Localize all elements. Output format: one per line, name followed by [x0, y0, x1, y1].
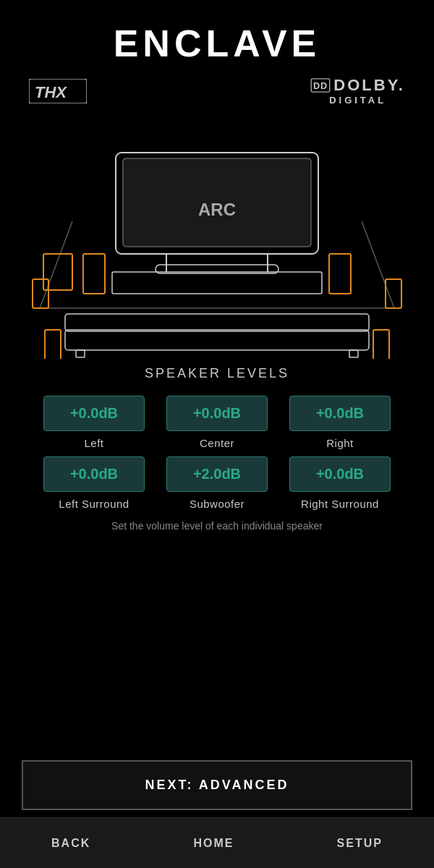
back-nav-button[interactable]: BACK [30, 830, 112, 857]
right-surround-level-button[interactable]: +0.0dB [289, 456, 391, 492]
speaker-row-1: +0.0dB Left +0.0dB Center +0.0dB Right [22, 396, 412, 449]
speaker-center: +0.0dB Center [163, 396, 271, 449]
svg-rect-22 [76, 350, 85, 357]
svg-rect-13 [112, 272, 322, 294]
svg-rect-18 [386, 279, 401, 308]
speaker-right-surround: +0.0dB Right Surround [286, 456, 394, 510]
left-surround-level-button[interactable]: +0.0dB [43, 456, 145, 492]
svg-rect-21 [65, 314, 369, 331]
svg-rect-16 [329, 254, 351, 294]
right-level-button[interactable]: +0.0dB [289, 396, 391, 431]
home-nav-button[interactable]: HOME [171, 830, 255, 857]
speaker-left: +0.0dB Left [40, 396, 148, 449]
speaker-levels-title: SPEAKER LEVELS [22, 366, 412, 381]
thx-logo: THX [29, 79, 87, 103]
svg-text:D: D [313, 80, 320, 91]
svg-line-6 [362, 221, 394, 308]
next-button-container: NEXT: ADVANCED [22, 760, 412, 810]
svg-rect-17 [33, 279, 48, 308]
next-advanced-button[interactable]: NEXT: ADVANCED [22, 760, 412, 810]
dolby-dd-icon: D D [310, 78, 331, 93]
left-label: Left [84, 437, 103, 449]
svg-text:ARC: ARC [198, 200, 236, 219]
setup-nav-button[interactable]: SETUP [315, 830, 404, 857]
subwoofer-level-button[interactable]: +2.0dB [166, 456, 268, 492]
speaker-levels-section: SPEAKER LEVELS +0.0dB Left +0.0dB Center… [0, 359, 434, 532]
dolby-text: DOLBY. [333, 76, 405, 95]
room-diagram-svg: ARC [0, 113, 434, 359]
app-title: ENCLAVE [0, 22, 434, 65]
header: ENCLAVE [0, 0, 434, 72]
speaker-left-surround: +0.0dB Left Surround [40, 456, 148, 510]
speaker-row-2: +0.0dB Left Surround +2.0dB Subwoofer +0… [22, 456, 412, 510]
svg-rect-15 [83, 254, 105, 294]
svg-rect-25 [373, 330, 389, 359]
dolby-digital-text: DIGITAL [329, 95, 386, 106]
svg-text:THX: THX [35, 83, 67, 101]
dolby-logo: D D DOLBY. DIGITAL [310, 76, 405, 106]
svg-rect-24 [45, 330, 61, 359]
room-diagram: ARC [0, 113, 434, 359]
hint-text: Set the volume level of each individual … [22, 520, 412, 532]
center-level-button[interactable]: +0.0dB [166, 396, 268, 431]
right-surround-label: Right Surround [301, 498, 379, 510]
svg-rect-23 [349, 350, 358, 357]
thx-logo-svg: THX [29, 79, 87, 103]
left-surround-label: Left Surround [59, 498, 129, 510]
center-label: Center [200, 437, 234, 449]
svg-rect-20 [65, 330, 369, 350]
subwoofer-label: Subwoofer [190, 498, 244, 510]
left-level-button[interactable]: +0.0dB [43, 396, 145, 431]
speaker-subwoofer: +2.0dB Subwoofer [163, 456, 271, 510]
svg-line-5 [40, 221, 72, 308]
speaker-right: +0.0dB Right [286, 396, 394, 449]
right-label: Right [326, 437, 354, 449]
svg-text:D: D [320, 80, 327, 91]
bottom-nav: BACK HOME SETUP [0, 817, 434, 868]
logo-row: THX D D DOLBY. DIGITAL [0, 76, 434, 106]
